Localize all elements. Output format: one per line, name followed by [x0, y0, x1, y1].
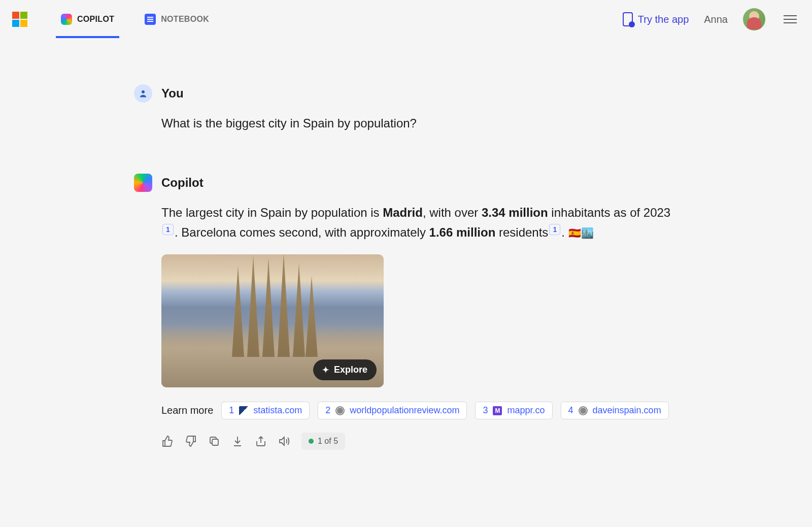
status-dot-icon [309, 439, 314, 444]
emoji-flags: 🇪🇸🏙️ [568, 227, 594, 239]
avatar[interactable] [743, 8, 765, 30]
sender-name: Copilot [161, 176, 204, 190]
svg-point-0 [142, 90, 145, 93]
actions-row: 1 of 5 [161, 433, 678, 450]
explore-button[interactable]: Explore [313, 359, 377, 380]
user-message: You What is the biggest city in Spain by… [134, 84, 678, 133]
citation-1[interactable]: 1 [162, 224, 174, 235]
notebook-icon [145, 14, 156, 25]
copilot-avatar-icon [134, 174, 152, 192]
learn-more-row: Learn more 1 statista.com 2 worldpopulat… [161, 402, 678, 419]
assistant-message: Copilot The largest city in Spain by pop… [134, 174, 678, 450]
result-image[interactable]: Explore [161, 254, 384, 387]
copilot-icon [61, 14, 72, 25]
explore-label: Explore [334, 365, 367, 375]
phone-icon [623, 12, 633, 26]
wand-icon [322, 365, 329, 375]
mappr-icon: M [493, 406, 502, 415]
tab-copilot[interactable]: COPILOT [56, 1, 119, 38]
microsoft-logo[interactable] [12, 12, 27, 27]
tab-copilot-label: COPILOT [77, 15, 114, 24]
message-header: You [134, 84, 678, 103]
learn-more-label: Learn more [161, 405, 213, 416]
nav-tabs: COPILOT NOTEBOOK [56, 1, 214, 38]
user-message-text: What is the biggest city in Spain by pop… [161, 114, 678, 133]
response-counter[interactable]: 1 of 5 [301, 433, 345, 450]
message-header: Copilot [134, 174, 678, 192]
content: You What is the biggest city in Spain by… [122, 39, 690, 511]
header: COPILOT NOTEBOOK Try the app Anna [0, 0, 812, 39]
svg-rect-1 [212, 439, 218, 445]
user-avatar-icon [134, 84, 152, 103]
source-chip-3[interactable]: 3 M mappr.co [475, 402, 552, 419]
like-button[interactable] [161, 435, 174, 447]
try-the-app-link[interactable]: Try the app [623, 12, 689, 26]
globe-icon [579, 406, 588, 415]
download-button[interactable] [231, 435, 244, 447]
assistant-response-text: The largest city in Spain by population … [161, 203, 678, 242]
menu-button[interactable] [781, 12, 800, 26]
source-chip-1[interactable]: 1 statista.com [221, 402, 310, 419]
dislike-button[interactable] [185, 435, 197, 447]
citation-2[interactable]: 1 [549, 224, 560, 235]
counter-text: 1 of 5 [318, 437, 338, 446]
header-right: Try the app Anna [623, 8, 800, 30]
tab-notebook-label: NOTEBOOK [161, 15, 209, 24]
sender-name: You [161, 86, 184, 101]
source-chip-4[interactable]: 4 daveinspain.com [561, 402, 669, 419]
tab-notebook[interactable]: NOTEBOOK [140, 1, 214, 38]
user-name: Anna [704, 14, 728, 25]
share-button[interactable] [255, 435, 267, 447]
globe-icon [335, 406, 345, 415]
copy-button[interactable] [208, 435, 220, 447]
try-app-label: Try the app [638, 14, 689, 25]
source-chip-2[interactable]: 2 worldpopulationreview.com [318, 402, 467, 419]
read-aloud-button[interactable] [278, 435, 290, 447]
statista-icon [239, 406, 248, 415]
